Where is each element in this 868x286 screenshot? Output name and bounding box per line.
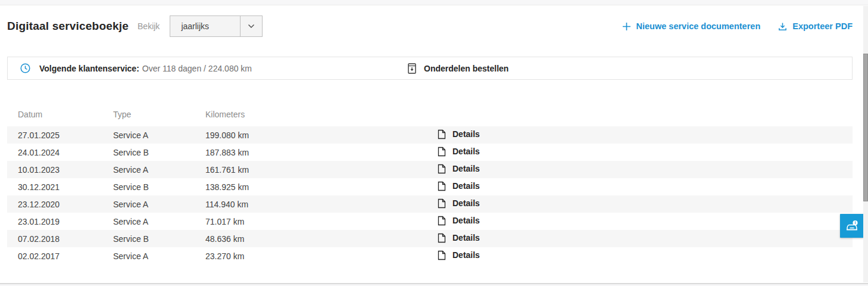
row-details-label: Details bbox=[452, 181, 480, 191]
row-details-label: Details bbox=[452, 216, 480, 225]
table-row: 27.01.2025 Service A 199.080 km Details bbox=[7, 126, 853, 144]
service-fab-button[interactable]: i bbox=[840, 214, 864, 238]
row-details-label: Details bbox=[452, 129, 480, 139]
document-icon bbox=[438, 164, 446, 174]
row-km: 187.883 km bbox=[205, 148, 438, 157]
row-km: 161.761 km bbox=[205, 165, 438, 175]
document-icon bbox=[438, 147, 446, 157]
bottom-edge-strip bbox=[0, 283, 868, 286]
column-header-kilometers: Kilometers bbox=[205, 110, 438, 119]
table-row: 07.02.2018 Service B 48.636 km Details bbox=[7, 230, 853, 247]
row-date: 24.01.2024 bbox=[18, 148, 113, 157]
row-date: 23.12.2020 bbox=[18, 200, 113, 209]
order-parts-label: Onderdelen bestellen bbox=[424, 64, 508, 73]
order-parts-button[interactable]: Onderdelen bestellen bbox=[408, 57, 508, 79]
row-type: Service B bbox=[113, 182, 205, 192]
clock-icon bbox=[20, 63, 30, 73]
document-icon bbox=[438, 216, 446, 226]
row-type: Service A bbox=[113, 251, 205, 261]
column-header-datum: Datum bbox=[18, 110, 113, 119]
view-interval-select[interactable]: jaarlijks bbox=[170, 15, 263, 37]
row-details-button[interactable]: Details bbox=[438, 164, 480, 174]
view-interval-selected-value: jaarlijks bbox=[170, 21, 240, 31]
table-row: 23.01.2019 Service A 71.017 km Details bbox=[7, 213, 853, 230]
document-icon bbox=[438, 198, 446, 209]
row-details-button[interactable]: Details bbox=[438, 216, 480, 226]
table-row: 02.02.2017 Service A 23.270 km Details bbox=[7, 247, 853, 265]
new-service-button[interactable]: Nieuwe service documenteren bbox=[622, 21, 761, 31]
parts-box-icon bbox=[408, 63, 416, 74]
table-row: 30.12.2021 Service B 138.925 km Details bbox=[7, 178, 853, 195]
row-details-button[interactable]: Details bbox=[438, 250, 480, 260]
row-details-button[interactable]: Details bbox=[438, 233, 480, 243]
next-service-info-bar: Volgende klantenservice: Over 118 dagen … bbox=[7, 57, 853, 80]
row-details-label: Details bbox=[452, 250, 480, 260]
document-icon bbox=[438, 129, 446, 139]
table-row: 24.01.2024 Service B 187.883 km Details bbox=[7, 144, 853, 161]
top-edge-strip bbox=[0, 0, 868, 5]
chevron-down-icon bbox=[240, 16, 262, 36]
next-service-info: Volgende klantenservice: Over 118 dagen … bbox=[20, 63, 252, 73]
row-date: 30.12.2021 bbox=[18, 182, 113, 192]
row-km: 199.080 km bbox=[205, 130, 438, 140]
new-service-label: Nieuwe service documenteren bbox=[636, 21, 761, 31]
vertical-scrollbar[interactable] bbox=[863, 6, 868, 282]
row-date: 10.01.2023 bbox=[18, 165, 113, 175]
page-title: Digitaal serviceboekje bbox=[7, 20, 129, 33]
row-km: 23.270 km bbox=[205, 251, 438, 261]
table-row: 10.01.2023 Service A 161.761 km Details bbox=[7, 161, 853, 178]
row-type: Service B bbox=[113, 234, 205, 244]
row-date: 07.02.2018 bbox=[18, 234, 113, 244]
next-service-value: Over 118 dagen / 224.080 km bbox=[142, 64, 252, 73]
column-header-type: Type bbox=[113, 110, 205, 119]
row-type: Service B bbox=[113, 148, 205, 157]
row-date: 02.02.2017 bbox=[18, 251, 113, 261]
document-icon bbox=[438, 233, 446, 243]
row-details-button[interactable]: Details bbox=[438, 129, 480, 139]
download-icon bbox=[778, 22, 787, 31]
table-row: 23.12.2020 Service A 114.940 km Details bbox=[7, 195, 853, 213]
scrollbar-thumb[interactable] bbox=[863, 54, 868, 201]
next-service-label: Volgende klantenservice: bbox=[39, 64, 139, 73]
export-pdf-label: Exporteer PDF bbox=[792, 21, 853, 31]
row-km: 71.017 km bbox=[205, 217, 438, 226]
row-details-label: Details bbox=[452, 233, 480, 243]
row-date: 23.01.2019 bbox=[18, 217, 113, 226]
row-details-label: Details bbox=[452, 147, 480, 156]
view-label: Bekijk bbox=[138, 21, 160, 31]
row-date: 27.01.2025 bbox=[18, 130, 113, 140]
row-details-button[interactable]: Details bbox=[438, 181, 480, 191]
row-km: 138.925 km bbox=[205, 182, 438, 192]
document-icon bbox=[438, 250, 446, 260]
row-details-label: Details bbox=[452, 198, 480, 208]
service-table-body: 27.01.2025 Service A 199.080 km Details … bbox=[7, 126, 853, 265]
header-actions: Nieuwe service documenteren Exporteer PD… bbox=[622, 21, 853, 31]
row-type: Service A bbox=[113, 217, 205, 226]
row-type: Service A bbox=[113, 200, 205, 209]
row-type: Service A bbox=[113, 165, 205, 175]
table-header-row: Datum Type Kilometers bbox=[7, 104, 853, 124]
document-icon bbox=[438, 181, 446, 191]
row-details-button[interactable]: Details bbox=[438, 147, 480, 157]
digital-service-book-page: Digitaal serviceboekje Bekijk jaarlijks … bbox=[0, 15, 868, 265]
row-details-button[interactable]: Details bbox=[438, 198, 480, 209]
page-header: Digitaal serviceboekje Bekijk jaarlijks … bbox=[7, 15, 853, 37]
plus-icon bbox=[622, 22, 631, 31]
service-history-table: Datum Type Kilometers 27.01.2025 Service… bbox=[7, 104, 853, 265]
row-km: 114.940 km bbox=[205, 200, 438, 209]
row-type: Service A bbox=[113, 130, 205, 140]
svg-text:i: i bbox=[855, 220, 856, 225]
row-km: 48.636 km bbox=[205, 234, 438, 244]
car-service-icon: i bbox=[844, 218, 860, 234]
row-details-label: Details bbox=[452, 164, 480, 173]
export-pdf-button[interactable]: Exporteer PDF bbox=[778, 21, 853, 31]
